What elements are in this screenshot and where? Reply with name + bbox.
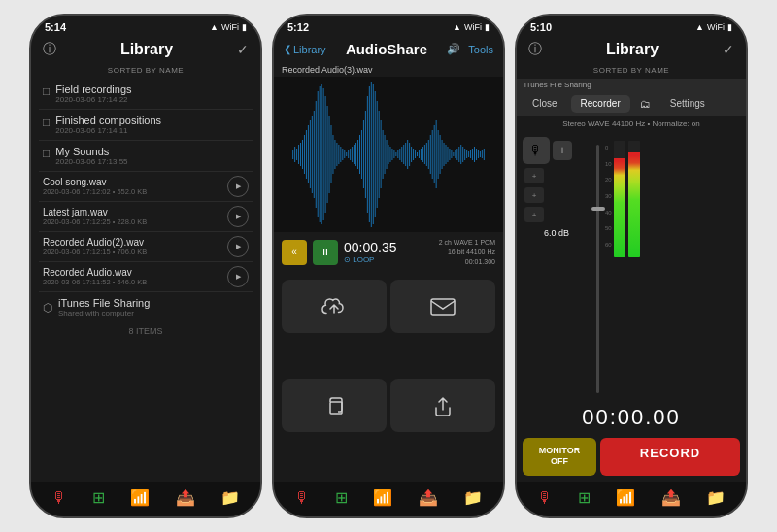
bottom-toolbar-2: 🎙 ⊞ 📶 📤 📁	[274, 482, 503, 516]
sharing-sub: Shared with computer	[58, 309, 150, 317]
wifi-share-icon[interactable]: 📶	[373, 488, 392, 507]
playback-controls: « ⏸ 00:00.35 ⊙ LOOP 2 ch WAVE 1 PCM 16 b…	[274, 232, 503, 272]
upload-icon[interactable]: 📤	[419, 488, 438, 507]
meter-fill-1	[614, 158, 625, 257]
list-icon[interactable]: ⊞	[578, 488, 591, 507]
recorder-header: ⓘ Library ✓	[517, 37, 746, 64]
cloud-upload-button[interactable]	[282, 280, 387, 333]
upload-icon[interactable]: 📤	[661, 488, 681, 507]
page-title-1: Library	[56, 41, 237, 58]
waveform-display[interactable]	[274, 77, 503, 232]
copy-button[interactable]	[282, 379, 387, 432]
back-button[interactable]: Library	[284, 44, 326, 55]
rewind-button[interactable]: «	[282, 240, 307, 265]
battery-icon: ▮	[242, 22, 247, 32]
speaker-icon[interactable]: 🔊	[447, 43, 460, 55]
file-name: Cool song.wav	[43, 177, 147, 187]
file-meta: 2020-03-06 17:12:15 • 706.0 KB	[43, 248, 147, 256]
bottom-toolbar-3: 🎙 ⊞ 📶 📤 📁	[517, 482, 746, 516]
recording-timer: 00:00.00	[523, 401, 740, 434]
library-list: □ Field recordings 2020-03-06 17:14:22 □…	[31, 79, 260, 482]
wifi-share-icon[interactable]: 📶	[130, 488, 150, 507]
wifi-icon: WiFi	[464, 22, 482, 32]
list-item[interactable]: Cool song.wav 2020-03-06 17:12:02 • 552.…	[39, 172, 253, 202]
folder-date: 2020-03-06 17:13:55	[55, 157, 127, 166]
list-item[interactable]: Recorded Audio(2).wav 2020-03-06 17:12:1…	[39, 232, 253, 262]
folder-icon: □	[43, 147, 50, 160]
play-button[interactable]	[227, 176, 249, 197]
check-icon-3[interactable]: ✓	[723, 42, 734, 57]
list-item[interactable]: □ My Sounds 2020-03-06 17:13:55	[39, 141, 253, 172]
audioshare-header: Library AudioShare 🔊 Tools	[274, 37, 503, 63]
channel-btn-1[interactable]: +	[524, 168, 544, 183]
format-info: 2 ch WAVE 1 PCM 16 bit 44100 Hz 00:01.30…	[439, 238, 495, 266]
channel-btn-2[interactable]: +	[524, 187, 544, 203]
list-item[interactable]: Latest jam.wav 2020-03-06 17:12:25 • 228…	[39, 202, 253, 232]
library-header: ⓘ Library ✓	[31, 37, 260, 64]
tab-close[interactable]: Close	[523, 95, 567, 113]
time-display: 00:00.35	[344, 240, 433, 255]
inputs-meters: 🎙 + + + + 6.0 dB	[523, 137, 740, 397]
mic-icon[interactable]: 🎙	[537, 489, 553, 507]
status-icons-3: ▲ WiFi ▮	[695, 22, 732, 32]
status-bar-1: 5:14 ▲ WiFi ▮	[31, 16, 260, 37]
list-icon[interactable]: ⊞	[92, 488, 105, 507]
recorder-subtitle: Stereo WAVE 44100 Hz • Normalize: on	[517, 116, 746, 131]
monitor-button[interactable]: MONITOROFF	[523, 438, 596, 476]
wifi-share-icon[interactable]: 📶	[616, 488, 635, 507]
folder-icon[interactable]: 📁	[706, 488, 726, 507]
svg-rect-203	[431, 299, 455, 315]
folder-icon[interactable]: 📁	[463, 488, 483, 507]
fader-col	[596, 137, 599, 397]
play-button[interactable]	[227, 206, 249, 227]
tab-recorder[interactable]: Recorder	[571, 95, 630, 113]
list-item[interactable]: Recorded Audio.wav 2020-03-06 17:11:52 •…	[39, 262, 253, 292]
battery-icon: ▮	[727, 22, 732, 32]
play-button[interactable]	[227, 266, 249, 287]
meter-bar-2	[628, 141, 640, 257]
info-icon[interactable]: ⓘ	[43, 41, 56, 58]
meter-display: 0 10 20 30 40 50 60	[605, 137, 740, 397]
recorder-tabs: Close Recorder 🗂 Settings	[517, 91, 746, 116]
loop-indicator[interactable]: ⊙ LOOP	[344, 255, 433, 264]
channel-btn-3[interactable]: +	[524, 207, 544, 222]
folder-name: Field recordings	[55, 83, 131, 95]
status-bar-3: 5:10 ▲ WiFi ▮	[517, 16, 746, 37]
tab-settings[interactable]: Settings	[660, 95, 715, 113]
bottom-toolbar-1: 🎙 ⊞ 📶 📤 📁	[31, 482, 260, 516]
file-name: Recorded Audio.wav	[43, 267, 147, 278]
add-input-1[interactable]: +	[553, 141, 572, 160]
upload-icon[interactable]: 📤	[176, 488, 195, 507]
recorder-body: 🎙 + + + + 6.0 dB	[517, 131, 746, 482]
share-button[interactable]	[390, 379, 495, 432]
page-title-3: Library	[606, 41, 659, 58]
recorder-action-buttons: MONITOROFF RECORD	[523, 438, 740, 476]
fader-knob[interactable]	[591, 207, 605, 211]
info-icon-3[interactable]: ⓘ	[528, 41, 542, 58]
mail-button[interactable]	[390, 280, 495, 333]
folder-icon[interactable]: 📁	[220, 488, 240, 507]
file-meta: 2020-03-06 17:12:02 • 552.0 KB	[43, 187, 147, 196]
status-time-3: 5:10	[530, 21, 552, 33]
input-controls: 🎙 + + + + 6.0 dB	[523, 137, 591, 397]
pause-button[interactable]: ⏸	[313, 240, 338, 265]
mic-icon[interactable]: 🎙	[51, 489, 67, 507]
list-item[interactable]: □ Finished compositions 2020-03-06 17:14…	[39, 110, 253, 141]
tools-button[interactable]: Tools	[468, 44, 493, 55]
filename-label: Recorded Audio(3).wav	[274, 63, 503, 77]
list-icon[interactable]: ⊞	[335, 488, 348, 507]
record-button[interactable]: RECORD	[600, 438, 740, 476]
wifi-icon: WiFi	[221, 22, 239, 32]
fader-track[interactable]	[596, 145, 599, 393]
list-item[interactable]: ⬡ iTunes File Sharing Shared with comput…	[39, 292, 253, 322]
check-icon[interactable]: ✓	[237, 42, 249, 57]
mic-button-1[interactable]: 🎙	[523, 137, 550, 164]
folder-tab-icon[interactable]: 🗂	[634, 95, 657, 113]
play-button[interactable]	[227, 236, 249, 257]
input-row-1: 🎙 +	[523, 137, 591, 164]
status-time-1: 5:14	[45, 21, 66, 33]
db-value: 6.0 dB	[523, 226, 591, 240]
mic-icon[interactable]: 🎙	[294, 489, 310, 507]
list-item[interactable]: □ Field recordings 2020-03-06 17:14:22	[39, 79, 253, 110]
file-name: Latest jam.wav	[43, 207, 147, 217]
